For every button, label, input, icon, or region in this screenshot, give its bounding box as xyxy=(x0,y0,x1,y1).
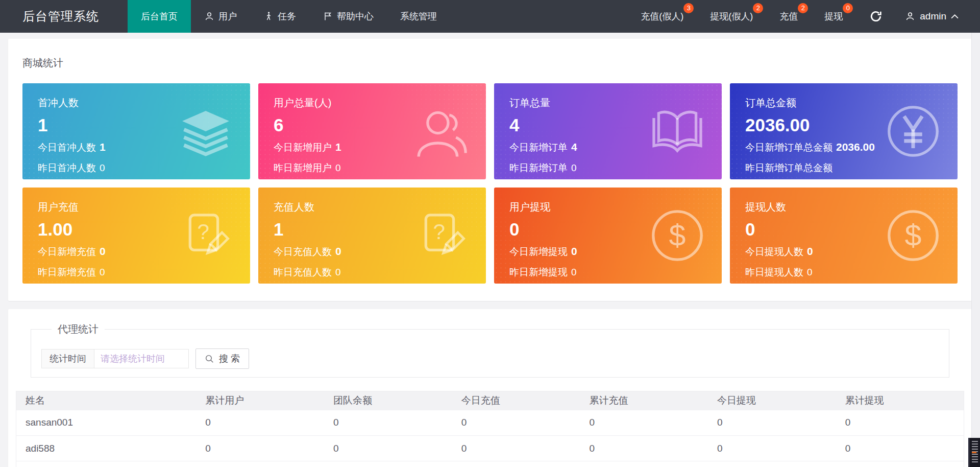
chevron-up-icon xyxy=(951,14,959,19)
doc-question-icon: ? xyxy=(176,205,236,266)
top-navbar: 后台管理系统 后台首页 用户 任务 帮助中心 xyxy=(0,0,980,33)
username: admin xyxy=(920,11,946,22)
refresh-icon[interactable] xyxy=(869,10,883,23)
table-row: adi588 0 0 0 0 0 0 xyxy=(16,436,964,461)
stat-card-user-recharge: 用户充值 1.00 今日新增充值0 昨日新增充值0 ? xyxy=(22,188,250,284)
dollar-coin-icon: $ xyxy=(883,205,943,266)
shortcut-withdraw[interactable]: 提现 0 xyxy=(824,10,843,22)
flag-icon xyxy=(323,11,333,21)
table-header-row: 姓名 累计用户 团队余额 今日充值 累计充值 今日提现 累计提现 xyxy=(16,391,964,410)
agent-stats-panel: 代理统计 统计时间 搜 索 姓名 累计用户 团队余额 xyxy=(8,309,972,467)
col-total-withdraw: 累计提现 xyxy=(836,391,964,410)
search-button[interactable]: 搜 索 xyxy=(195,348,249,369)
trace-console-widget[interactable] xyxy=(968,438,980,467)
time-filter-label: 统计时间 xyxy=(41,349,94,368)
col-total-users: 累计用户 xyxy=(196,391,324,410)
menu-item-help-center[interactable]: 帮助中心 xyxy=(309,0,387,33)
stat-card-first-recharge-users: 首冲人数 1 今日首冲人数1 昨日首冲人数0 xyxy=(22,83,250,179)
scrollbar-track[interactable] xyxy=(971,33,980,467)
shop-stats-panel: 商城统计 首冲人数 1 今日首冲人数1 昨日首冲人数0 用户总量(人) 6 今日… xyxy=(8,39,972,301)
shortcut-withdraw-fake[interactable]: 提现(假人) 2 xyxy=(710,10,753,22)
svg-text:$: $ xyxy=(669,219,686,252)
withdraw-badge: 0 xyxy=(843,3,853,13)
agent-stats-fieldset: 代理统计 统计时间 搜 索 xyxy=(31,322,949,378)
stat-card-user-withdraw: 用户提现 0 今日新增提现0 昨日新增提现0 $ xyxy=(494,188,722,284)
withdraw-fake-badge: 2 xyxy=(753,3,763,13)
svg-text:?: ? xyxy=(197,220,209,244)
menu-item-tasks[interactable]: 任务 xyxy=(250,0,309,33)
user-icon xyxy=(204,11,214,21)
dollar-coin-icon: $ xyxy=(647,205,707,266)
shop-stats-title: 商城统计 xyxy=(22,56,958,70)
yuan-coin-icon xyxy=(883,101,943,161)
open-book-icon xyxy=(647,101,707,161)
list-lines-icon xyxy=(972,441,978,464)
table-row: sansan001 0 0 0 0 0 0 xyxy=(16,410,964,436)
recharge-badge: 2 xyxy=(798,3,808,13)
navbar-right: 充值(假人) 3 提现(假人) 2 充值 2 提现 0 xyxy=(641,0,980,33)
recharge-fake-badge: 3 xyxy=(683,3,694,13)
stat-card-withdraw-users: 提现人数 0 今日提现人数0 昨日提现人数0 $ xyxy=(730,188,958,284)
stat-card-order-amount: 订单总金额 2036.00 今日新增订单总金额2036.00 昨日新增订单总金额 xyxy=(730,83,958,179)
col-today-withdraw: 今日提现 xyxy=(708,391,836,410)
main-menu: 后台首页 用户 任务 帮助中心 系统管理 xyxy=(128,0,450,33)
user-menu[interactable]: admin xyxy=(905,11,959,22)
agent-stats-title: 代理统计 xyxy=(52,322,105,336)
menu-item-users[interactable]: 用户 xyxy=(191,0,250,33)
shortcut-recharge[interactable]: 充值 2 xyxy=(779,10,798,22)
svg-text:$: $ xyxy=(905,219,922,252)
doc-question-icon: ? xyxy=(411,205,472,266)
agent-stats-table: 姓名 累计用户 团队余额 今日充值 累计充值 今日提现 累计提现 sansan0… xyxy=(16,391,964,467)
stat-card-total-users: 用户总量(人) 6 今日新增用户1 昨日新增用户0 xyxy=(258,83,486,179)
shortcut-recharge-fake[interactable]: 充值(假人) 3 xyxy=(641,10,683,22)
col-today-recharge: 今日充值 xyxy=(452,391,580,410)
col-name: 姓名 xyxy=(16,391,197,410)
admin-dashboard: 后台管理系统 后台首页 用户 任务 帮助中心 xyxy=(0,0,980,467)
svg-text:?: ? xyxy=(433,220,445,244)
layers-icon xyxy=(176,101,236,161)
stat-card-total-orders: 订单总量 4 今日新增订单4 昨日新增订单0 xyxy=(494,83,722,179)
col-total-recharge: 累计充值 xyxy=(580,391,708,410)
search-icon xyxy=(205,354,214,364)
users-icon xyxy=(411,101,472,161)
menu-item-home[interactable]: 后台首页 xyxy=(128,0,191,33)
app-title: 后台管理系统 xyxy=(0,0,128,33)
time-filter-input[interactable] xyxy=(94,349,189,368)
menu-item-system[interactable]: 系统管理 xyxy=(387,0,450,33)
col-team-balance: 团队余额 xyxy=(324,391,452,410)
filter-row: 统计时间 搜 索 xyxy=(41,348,939,369)
stat-card-recharge-users: 充值人数 1 今日充值人数0 昨日充值人数0 ? xyxy=(258,188,486,284)
table-row: baby001 0 0 0 0 0 0 xyxy=(16,461,964,467)
account-icon xyxy=(905,11,915,21)
stats-cards-grid: 首冲人数 1 今日首冲人数1 昨日首冲人数0 用户总量(人) 6 今日新增用户1… xyxy=(22,83,958,284)
walking-person-icon xyxy=(263,11,274,21)
main-content: 商城统计 首冲人数 1 今日首冲人数1 昨日首冲人数0 用户总量(人) 6 今日… xyxy=(0,33,980,467)
